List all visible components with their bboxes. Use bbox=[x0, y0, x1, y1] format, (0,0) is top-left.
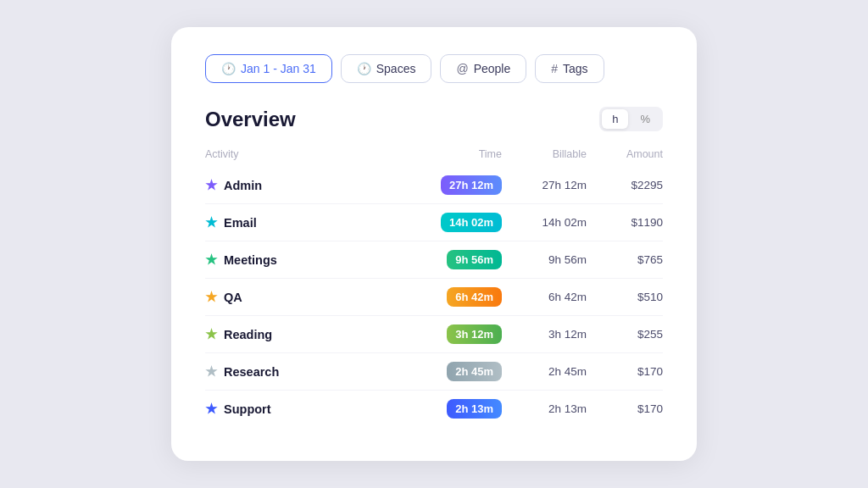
table-row: ★ Research 2h 45m 2h 45m $170 bbox=[205, 353, 663, 391]
filter-people-label: People bbox=[474, 62, 511, 75]
activity-cell: ★ Support bbox=[205, 401, 400, 417]
billable-cell: 3h 12m bbox=[502, 328, 587, 341]
amount-cell: $510 bbox=[587, 291, 663, 303]
activity-cell: ★ QA bbox=[205, 289, 400, 305]
filter-spaces-label: Spaces bbox=[376, 62, 416, 75]
billable-cell: 9h 56m bbox=[502, 253, 587, 266]
activity-cell: ★ Meetings bbox=[205, 252, 400, 268]
time-badge: 27h 12m bbox=[441, 175, 502, 195]
at-icon: @ bbox=[456, 62, 468, 75]
filter-date-button[interactable]: 🕐 Jan 1 - Jan 31 bbox=[205, 54, 332, 83]
activity-cell: ★ Admin bbox=[205, 177, 400, 193]
filter-date-label: Jan 1 - Jan 31 bbox=[241, 62, 316, 75]
overview-table: Activity Time Billable Amount ★ Admin 27… bbox=[205, 148, 663, 427]
clock-icon: 🕐 bbox=[221, 62, 236, 75]
table-body: ★ Admin 27h 12m 27h 12m $2295 ★ Email 14… bbox=[205, 167, 663, 427]
activity-name: Admin bbox=[224, 179, 262, 192]
main-card: 🕐 Jan 1 - Jan 31 🕐 Spaces @ People # Tag… bbox=[171, 27, 697, 461]
table-row: ★ Email 14h 02m 14h 02m $1190 bbox=[205, 204, 663, 241]
table-row: ★ Admin 27h 12m 27h 12m $2295 bbox=[205, 167, 663, 204]
table-row: ★ Reading 3h 12m 3h 12m $255 bbox=[205, 316, 663, 353]
table-row: ★ QA 6h 42m 6h 42m $510 bbox=[205, 279, 663, 316]
time-badge-cell: 3h 12m bbox=[400, 324, 502, 344]
amount-cell: $255 bbox=[587, 328, 663, 341]
billable-cell: 14h 02m bbox=[502, 216, 587, 229]
activity-name: QA bbox=[224, 291, 242, 304]
time-badge: 14h 02m bbox=[441, 213, 502, 232]
col-billable: Billable bbox=[502, 148, 587, 160]
time-badge: 3h 12m bbox=[447, 324, 502, 344]
table-row: ★ Meetings 9h 56m 9h 56m $765 bbox=[205, 241, 663, 279]
billable-cell: 2h 45m bbox=[502, 365, 587, 378]
time-badge: 2h 13m bbox=[447, 399, 502, 419]
billable-cell: 2h 13m bbox=[502, 402, 587, 415]
spaces-icon: 🕐 bbox=[357, 62, 371, 75]
activity-name: Email bbox=[224, 216, 257, 230]
time-badge: 6h 42m bbox=[447, 287, 502, 307]
amount-cell: $170 bbox=[587, 402, 663, 415]
star-icon: ★ bbox=[205, 363, 217, 380]
time-badge-cell: 2h 45m bbox=[400, 362, 502, 381]
time-badge-cell: 27h 12m bbox=[400, 175, 502, 195]
table-header: Activity Time Billable Amount bbox=[205, 148, 663, 167]
time-badge-cell: 9h 56m bbox=[400, 250, 502, 269]
star-icon: ★ bbox=[205, 252, 217, 268]
activity-name: Research bbox=[224, 365, 279, 379]
star-icon: ★ bbox=[205, 326, 217, 342]
toggle-group: h % bbox=[599, 107, 663, 131]
time-badge: 2h 45m bbox=[447, 362, 502, 381]
amount-cell: $765 bbox=[587, 253, 663, 266]
activity-cell: ★ Email bbox=[205, 214, 400, 230]
time-badge-cell: 6h 42m bbox=[400, 287, 502, 307]
overview-title: Overview bbox=[205, 108, 296, 131]
time-badge-cell: 2h 13m bbox=[400, 399, 502, 419]
col-time: Time bbox=[400, 148, 502, 160]
overview-header: Overview h % bbox=[205, 107, 663, 131]
star-icon: ★ bbox=[205, 214, 217, 230]
billable-cell: 27h 12m bbox=[502, 179, 587, 191]
col-activity: Activity bbox=[205, 148, 400, 160]
star-icon: ★ bbox=[205, 289, 217, 305]
filter-people-button[interactable]: @ People bbox=[440, 54, 526, 83]
star-icon: ★ bbox=[205, 401, 217, 417]
activity-name: Support bbox=[224, 402, 271, 416]
filter-tags-label: Tags bbox=[563, 62, 588, 75]
hash-icon: # bbox=[551, 62, 558, 75]
filter-tags-button[interactable]: # Tags bbox=[535, 54, 604, 83]
col-amount: Amount bbox=[587, 148, 663, 160]
billable-cell: 6h 42m bbox=[502, 291, 587, 303]
table-row: ★ Support 2h 13m 2h 13m $170 bbox=[205, 391, 663, 427]
activity-name: Meetings bbox=[224, 253, 277, 267]
amount-cell: $2295 bbox=[587, 179, 663, 191]
activity-cell: ★ Research bbox=[205, 363, 400, 380]
time-badge: 9h 56m bbox=[447, 250, 502, 269]
activity-cell: ★ Reading bbox=[205, 326, 400, 342]
amount-cell: $170 bbox=[587, 365, 663, 378]
toggle-hours-button[interactable]: h bbox=[602, 109, 628, 129]
filter-bar: 🕐 Jan 1 - Jan 31 🕐 Spaces @ People # Tag… bbox=[205, 54, 663, 83]
time-badge-cell: 14h 02m bbox=[400, 213, 502, 232]
toggle-percent-button[interactable]: % bbox=[630, 109, 660, 129]
activity-name: Reading bbox=[224, 328, 272, 341]
star-icon: ★ bbox=[205, 177, 217, 193]
filter-spaces-button[interactable]: 🕐 Spaces bbox=[341, 54, 432, 83]
amount-cell: $1190 bbox=[587, 216, 663, 229]
